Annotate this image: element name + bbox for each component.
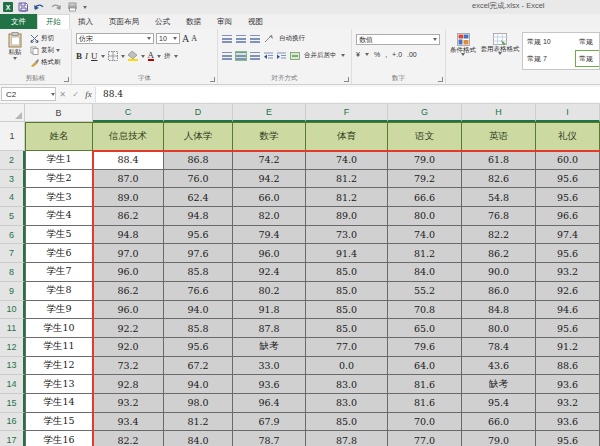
cell-F15[interactable]: 83.0 bbox=[306, 394, 388, 413]
cut-button[interactable]: 剪切 bbox=[30, 33, 61, 43]
clipboard-dialog-launcher-icon[interactable] bbox=[64, 77, 69, 82]
cell-D13[interactable]: 67.2 bbox=[164, 357, 233, 376]
row-header-5[interactable]: 5 bbox=[0, 207, 25, 226]
cell-F8[interactable]: 85.0 bbox=[306, 263, 388, 282]
cell-E12[interactable]: 缺考 bbox=[233, 338, 306, 357]
percent-style-button[interactable]: % bbox=[374, 51, 380, 58]
cell-D16[interactable]: 81.2 bbox=[164, 413, 233, 432]
redo-icon[interactable] bbox=[50, 2, 62, 13]
bold-button[interactable]: B bbox=[76, 51, 82, 61]
column-header-C[interactable]: C bbox=[93, 104, 164, 122]
font-color-button[interactable]: A bbox=[148, 51, 155, 61]
cell-C14[interactable]: 92.8 bbox=[93, 375, 164, 394]
cell-F9[interactable]: 85.0 bbox=[306, 282, 388, 301]
cell-F13[interactable]: 0.0 bbox=[306, 357, 388, 376]
row-header-13[interactable]: 13 bbox=[0, 357, 25, 376]
cell-B9[interactable]: 学生8 bbox=[25, 282, 93, 301]
cell-G10[interactable]: 70.8 bbox=[388, 301, 462, 320]
row-header-9[interactable]: 9 bbox=[0, 282, 25, 301]
underline-dropdown-icon[interactable] bbox=[101, 55, 105, 58]
accounting-format-button[interactable]: ¥ bbox=[356, 51, 360, 58]
cell-I4[interactable]: 95.6 bbox=[536, 188, 600, 207]
fill-color-dropdown-icon[interactable] bbox=[141, 55, 145, 58]
cell-F2[interactable]: 74.0 bbox=[306, 151, 388, 170]
number-format-combo[interactable]: 数值 bbox=[356, 34, 440, 45]
cell-I2[interactable]: 60.0 bbox=[536, 151, 600, 170]
cancel-icon[interactable]: ✕ bbox=[56, 90, 69, 99]
cell-G6[interactable]: 74.0 bbox=[388, 226, 462, 245]
cell-H6[interactable]: 82.2 bbox=[462, 226, 536, 245]
wrap-text-button[interactable]: 自动换行 bbox=[279, 34, 305, 43]
shrink-font-button[interactable]: A bbox=[191, 34, 197, 43]
cell-G13[interactable]: 64.0 bbox=[388, 357, 462, 376]
cell-F6[interactable]: 73.0 bbox=[306, 226, 388, 245]
row-header-1[interactable]: 1 bbox=[0, 122, 25, 151]
cell-E4[interactable]: 66.0 bbox=[233, 188, 306, 207]
cell-B11[interactable]: 学生10 bbox=[25, 319, 93, 338]
cell-E2[interactable]: 74.2 bbox=[233, 151, 306, 170]
font-size-combo[interactable]: 10 bbox=[156, 33, 180, 44]
number-dialog-launcher-icon[interactable] bbox=[438, 77, 443, 82]
format-as-table-button[interactable]: 套用表格格式 bbox=[480, 29, 520, 84]
tab-home[interactable]: 开始 bbox=[37, 14, 70, 29]
cell-G11[interactable]: 65.0 bbox=[388, 319, 462, 338]
cell-I6[interactable]: 97.4 bbox=[536, 226, 600, 245]
row-header-16[interactable]: 16 bbox=[0, 413, 25, 432]
cell-I7[interactable]: 95.6 bbox=[536, 244, 600, 263]
cell-E9[interactable]: 80.2 bbox=[233, 282, 306, 301]
align-top-icon[interactable] bbox=[222, 35, 232, 43]
cell-F4[interactable]: 81.2 bbox=[306, 188, 388, 207]
cell-B14[interactable]: 学生13 bbox=[25, 375, 93, 394]
cell-C15[interactable]: 93.2 bbox=[93, 394, 164, 413]
cell-style-item[interactable]: 常规 bbox=[575, 33, 600, 50]
cell-style-item[interactable]: 常规 bbox=[575, 50, 600, 67]
row-header-14[interactable]: 14 bbox=[0, 375, 25, 394]
row-header-2[interactable]: 2 bbox=[0, 151, 25, 170]
cell-B13[interactable]: 学生12 bbox=[25, 357, 93, 376]
cell-I3[interactable]: 95.6 bbox=[536, 170, 600, 189]
cell-B10[interactable]: 学生9 bbox=[25, 301, 93, 320]
align-center-icon[interactable] bbox=[236, 52, 246, 60]
font-name-combo[interactable]: 仿宋 bbox=[76, 33, 154, 44]
cell-C5[interactable]: 86.2 bbox=[93, 207, 164, 226]
cell-F14[interactable]: 83.0 bbox=[306, 375, 388, 394]
cell-G7[interactable]: 81.2 bbox=[388, 244, 462, 263]
conditional-formatting-button[interactable]: 条件格式 bbox=[446, 29, 480, 84]
tab-view[interactable]: 视图 bbox=[240, 14, 271, 29]
cell-C7[interactable]: 97.0 bbox=[93, 244, 164, 263]
insert-function-icon[interactable]: fx bbox=[82, 89, 95, 99]
header-cell[interactable]: 体育 bbox=[306, 122, 388, 151]
cell-G4[interactable]: 66.6 bbox=[388, 188, 462, 207]
cell-H10[interactable]: 84.8 bbox=[462, 301, 536, 320]
cell-I12[interactable]: 91.2 bbox=[536, 338, 600, 357]
cell-G3[interactable]: 79.2 bbox=[388, 170, 462, 189]
cell-B2[interactable]: 学生1 bbox=[25, 151, 93, 170]
undo-icon[interactable] bbox=[33, 2, 45, 13]
cell-F7[interactable]: 91.4 bbox=[306, 244, 388, 263]
cell-H8[interactable]: 90.0 bbox=[462, 263, 536, 282]
row-header-6[interactable]: 6 bbox=[0, 226, 25, 245]
format-painter-button[interactable]: 格式刷 bbox=[30, 57, 61, 67]
header-cell[interactable]: 英语 bbox=[462, 122, 536, 151]
cell-D12[interactable]: 95.6 bbox=[164, 338, 233, 357]
column-header-F[interactable]: F bbox=[306, 104, 388, 122]
cell-H17[interactable]: 79.0 bbox=[462, 431, 536, 446]
cell-F16[interactable]: 85.0 bbox=[306, 413, 388, 432]
enter-icon[interactable]: ✓ bbox=[69, 90, 82, 99]
decrease-indent-icon[interactable] bbox=[264, 52, 273, 60]
cell-F17[interactable]: 87.8 bbox=[306, 431, 388, 446]
tab-page-layout[interactable]: 页面布局 bbox=[101, 14, 147, 29]
cell-C4[interactable]: 89.0 bbox=[93, 188, 164, 207]
cell-I14[interactable]: 93.6 bbox=[536, 375, 600, 394]
cell-C2[interactable]: 88.4 bbox=[93, 151, 164, 170]
cell-E15[interactable]: 96.4 bbox=[233, 394, 306, 413]
cell-D14[interactable]: 94.0 bbox=[164, 375, 233, 394]
cell-D3[interactable]: 76.0 bbox=[164, 170, 233, 189]
align-left-icon[interactable] bbox=[222, 52, 232, 60]
cell-D4[interactable]: 62.4 bbox=[164, 188, 233, 207]
header-cell[interactable]: 姓名 bbox=[25, 122, 93, 151]
cell-style-item[interactable]: 常规 7 bbox=[523, 50, 575, 67]
align-bottom-icon[interactable] bbox=[250, 35, 260, 43]
tab-review[interactable]: 审阅 bbox=[209, 14, 240, 29]
cell-E17[interactable]: 78.7 bbox=[233, 431, 306, 446]
